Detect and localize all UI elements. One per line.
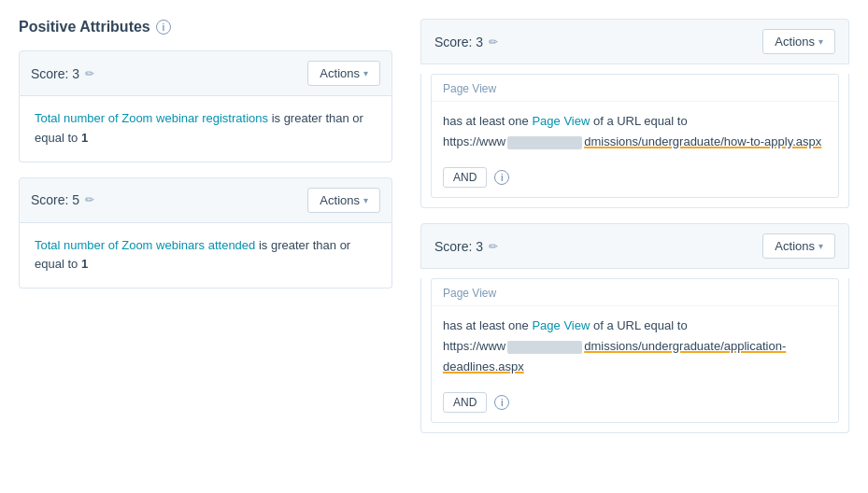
chevron-down-icon-2: ▾ xyxy=(363,195,368,205)
score-label-2: Score: 5 ✏ xyxy=(31,192,94,207)
right-panel: Score: 3 ✏ Actions ▾ Page View has at le xyxy=(420,19,849,448)
score-text-1: Score: 3 xyxy=(31,66,79,81)
page-view-body-1: has at least one Page View of a URL equa… xyxy=(432,102,838,162)
page-view-box-2: Page View has at least one Page View of … xyxy=(431,278,839,423)
right-condition-link-1[interactable]: Page View xyxy=(532,114,590,128)
right-condition-wrap-2: Page View has at least one Page View of … xyxy=(420,278,849,433)
right-edit-icon-1[interactable]: ✏ xyxy=(489,35,498,49)
right-score-text-1: Score: 3 xyxy=(434,35,483,49)
edit-icon-2[interactable]: ✏ xyxy=(85,193,94,206)
right-actions-button-2[interactable]: Actions ▾ xyxy=(762,233,835,259)
right-score-text-2: Score: 3 xyxy=(434,239,483,254)
and-info-icon-1[interactable]: i xyxy=(494,170,509,185)
main-layout: Positive Attributes i Score: 3 ✏ Actions… xyxy=(19,19,849,448)
score-label-1: Score: 3 ✏ xyxy=(31,66,94,81)
right-condition-link-2[interactable]: Page View xyxy=(532,318,590,332)
positive-attributes-heading: Positive Attributes xyxy=(19,19,150,35)
redacted-1 xyxy=(507,136,582,149)
score-row-2: Score: 5 ✏ Actions ▾ xyxy=(19,177,392,223)
url-suffix-1: dmissions/undergraduate/how-to-apply.asp… xyxy=(584,134,821,148)
condition-text-1: Total number of Zoom webinar registratio… xyxy=(35,109,377,148)
score-row-1: Score: 3 ✏ Actions ▾ xyxy=(19,50,392,96)
page-view-header-2: Page View xyxy=(432,279,838,306)
score-text-2: Score: 5 xyxy=(31,192,79,207)
right-score-label-2: Score: 3 ✏ xyxy=(434,239,498,254)
right-score-row-2: Score: 3 ✏ Actions ▾ xyxy=(420,223,849,269)
page-view-header-1: Page View xyxy=(432,75,838,102)
info-icon[interactable]: i xyxy=(156,20,171,35)
section-title: Positive Attributes i xyxy=(19,19,392,35)
left-panel: Positive Attributes i Score: 3 ✏ Actions… xyxy=(19,19,392,448)
right-score-label-1: Score: 3 ✏ xyxy=(434,35,498,49)
actions-button-2[interactable]: Actions ▾ xyxy=(307,188,380,213)
right-score-group-1: Score: 3 ✏ Actions ▾ Page View has at le xyxy=(420,19,849,208)
redacted-2 xyxy=(507,341,582,354)
chevron-down-icon-1: ▾ xyxy=(363,68,368,78)
condition-box-2: Total number of Zoom webinars attended i… xyxy=(19,223,392,289)
actions-button-1[interactable]: Actions ▾ xyxy=(307,61,380,86)
and-button-1[interactable]: AND xyxy=(443,167,487,188)
and-row-2: AND i xyxy=(432,387,838,422)
condition-text-2: Total number of Zoom webinars attended i… xyxy=(35,236,377,275)
right-score-group-2: Score: 3 ✏ Actions ▾ Page View has at le xyxy=(420,223,849,433)
right-condition-wrap-1: Page View has at least one Page View of … xyxy=(420,74,849,208)
right-chevron-down-icon-2: ▾ xyxy=(818,241,823,251)
condition-link-1[interactable]: Total number of Zoom webinar registratio… xyxy=(35,111,268,125)
score-group-2: Score: 5 ✏ Actions ▾ Total number of Zoo… xyxy=(19,177,392,289)
right-edit-icon-2[interactable]: ✏ xyxy=(489,240,498,253)
and-button-2[interactable]: AND xyxy=(443,392,487,413)
right-chevron-down-icon-1: ▾ xyxy=(818,36,823,47)
page-view-box-1: Page View has at least one Page View of … xyxy=(431,74,839,198)
condition-box-1: Total number of Zoom webinar registratio… xyxy=(19,96,392,162)
condition-link-2[interactable]: Total number of Zoom webinars attended xyxy=(35,238,255,252)
right-score-row-1: Score: 3 ✏ Actions ▾ xyxy=(420,19,849,64)
and-row-1: AND i xyxy=(432,162,838,197)
right-actions-button-1[interactable]: Actions ▾ xyxy=(762,29,835,54)
edit-icon-1[interactable]: ✏ xyxy=(85,67,94,80)
score-group-1: Score: 3 ✏ Actions ▾ Total number of Zoo… xyxy=(19,50,392,162)
page-view-body-2: has at least one Page View of a URL equa… xyxy=(432,306,838,387)
and-info-icon-2[interactable]: i xyxy=(494,395,509,410)
